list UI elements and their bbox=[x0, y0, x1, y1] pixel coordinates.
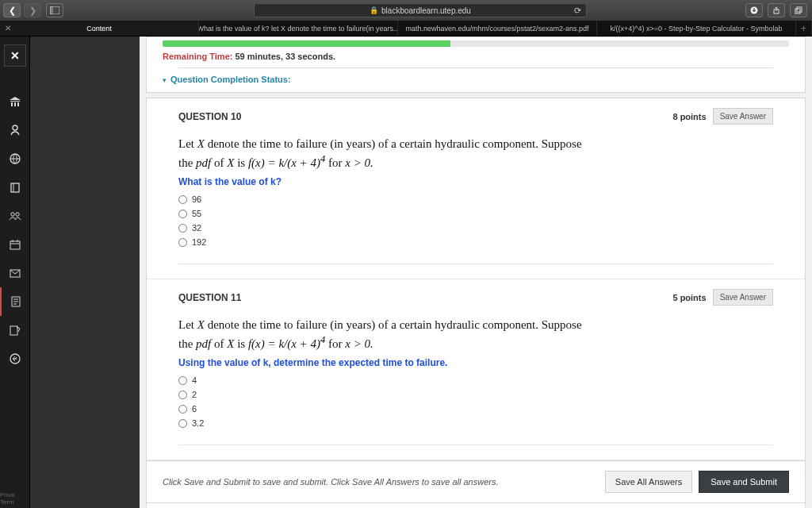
option-row[interactable]: 192 bbox=[178, 235, 773, 249]
institution-icon bbox=[9, 96, 21, 107]
test-header-block: Remaining Time: 59 minutes, 33 seconds. … bbox=[146, 37, 806, 93]
option-row[interactable]: 55 bbox=[178, 206, 773, 221]
footer-hint: Click Save and Submit to save and submit… bbox=[163, 477, 498, 487]
option-radio[interactable] bbox=[178, 224, 187, 233]
option-label: 2 bbox=[192, 390, 197, 399]
tab-1[interactable]: What is the value of k? let X denote the… bbox=[199, 21, 398, 36]
url-text: blackboardlearn.utep.edu bbox=[381, 6, 471, 15]
book-icon bbox=[10, 182, 21, 193]
option-row[interactable]: 32 bbox=[178, 221, 773, 235]
sidebar-item-organizations[interactable] bbox=[0, 202, 29, 230]
tab-0[interactable]: ✕ Content bbox=[0, 21, 199, 36]
main-content: Remaining Time: 59 minutes, 33 seconds. … bbox=[140, 37, 812, 508]
sidebar-item-courses[interactable] bbox=[0, 173, 29, 202]
question-prompt: Using the value of k, determine the expe… bbox=[178, 357, 773, 368]
svg-point-9 bbox=[10, 213, 13, 216]
question-points: 5 points bbox=[672, 293, 706, 302]
option-radio[interactable] bbox=[178, 405, 187, 414]
option-label: 4 bbox=[192, 375, 197, 385]
option-row[interactable]: 6 bbox=[178, 402, 773, 416]
option-label: 32 bbox=[192, 223, 201, 233]
svg-rect-8 bbox=[11, 183, 19, 192]
question-heading: QUESTION 10 bbox=[178, 111, 241, 122]
chevron-down-icon[interactable]: ▾ bbox=[163, 76, 167, 84]
tab-strip: ✕ Content What is the value of k? let X … bbox=[0, 21, 812, 37]
course-sidebar: ✕ bbox=[0, 37, 30, 508]
save-all-answers-button[interactable]: Save All Answers bbox=[605, 471, 692, 493]
divider bbox=[178, 67, 773, 68]
svg-rect-11 bbox=[10, 241, 20, 249]
globe-icon bbox=[10, 153, 21, 164]
lock-icon: 🔒 bbox=[370, 6, 378, 14]
sidebar-toggle[interactable] bbox=[46, 3, 63, 17]
option-radio[interactable] bbox=[178, 238, 187, 247]
option-label: 3.2 bbox=[192, 418, 204, 428]
tab-label: k/((x+4)^4) x>=0 - Step-by-Step Calculat… bbox=[610, 25, 782, 33]
option-radio[interactable] bbox=[178, 195, 187, 204]
option-radio[interactable] bbox=[178, 391, 187, 399]
option-label: 192 bbox=[192, 237, 206, 247]
signout-icon bbox=[10, 353, 21, 364]
svg-rect-14 bbox=[10, 326, 17, 335]
reload-icon[interactable]: ⟳ bbox=[574, 6, 581, 16]
svg-point-10 bbox=[15, 213, 18, 216]
tab-2[interactable]: math.newhaven.edu/mhm/courses/pstat2/sex… bbox=[398, 21, 597, 36]
calendar-icon bbox=[10, 239, 21, 250]
option-row[interactable]: 96 bbox=[178, 192, 773, 206]
sidebar-item-tools[interactable] bbox=[0, 316, 29, 344]
svg-rect-1 bbox=[50, 6, 53, 14]
panel-icon bbox=[50, 6, 59, 14]
mail-icon bbox=[10, 269, 21, 278]
person-icon bbox=[10, 125, 21, 136]
question-11: QUESTION 11 5 points Save Answer Let X d… bbox=[147, 279, 805, 460]
save-answer-button[interactable]: Save Answer bbox=[713, 289, 773, 306]
address-bar[interactable]: 🔒 blackboardlearn.utep.edu ⟳ bbox=[254, 3, 587, 17]
close-panel-button[interactable]: ✕ bbox=[4, 44, 26, 67]
option-label: 55 bbox=[192, 209, 201, 218]
progress-bar bbox=[163, 40, 789, 47]
sidebar-item-checkbox[interactable] bbox=[0, 287, 29, 316]
option-label: 96 bbox=[192, 194, 201, 204]
questions-panel: QUESTION 10 8 points Save Answer Let X d… bbox=[146, 98, 806, 508]
download-icon bbox=[750, 6, 758, 14]
option-row[interactable]: 3.2 bbox=[178, 416, 773, 430]
group-icon bbox=[9, 211, 21, 221]
close-icon[interactable]: ✕ bbox=[5, 24, 11, 33]
option-radio[interactable] bbox=[178, 376, 187, 385]
sidebar-item-signout[interactable] bbox=[0, 344, 29, 373]
share-button[interactable] bbox=[768, 3, 785, 17]
sidebar-item-activity[interactable] bbox=[0, 144, 29, 173]
question-prompt: What is the value of k? bbox=[178, 176, 773, 187]
tabs-icon bbox=[795, 6, 802, 14]
progress-fill bbox=[163, 40, 450, 47]
option-radio[interactable] bbox=[178, 210, 187, 218]
question-stem: Let X denote the time to failure (in yea… bbox=[178, 136, 773, 171]
question-points: 8 points bbox=[672, 112, 706, 121]
option-radio[interactable] bbox=[178, 419, 187, 428]
save-and-submit-button[interactable]: Save and Submit bbox=[699, 471, 789, 493]
tabs-button[interactable] bbox=[790, 3, 807, 17]
edge-cut-labels: Priva Term bbox=[0, 491, 14, 506]
grades-icon bbox=[10, 296, 21, 307]
download-button[interactable] bbox=[745, 3, 763, 17]
answer-options: 96 55 32 192 bbox=[178, 192, 773, 249]
remaining-time-label: Remaining Time: bbox=[163, 52, 232, 61]
new-tab-button[interactable]: + bbox=[796, 21, 812, 36]
tab-3[interactable]: k/((x+4)^4) x>=0 - Step-by-Step Calculat… bbox=[597, 21, 796, 36]
answer-options: 4 2 6 3.2 bbox=[178, 373, 773, 430]
sidebar-item-calendar[interactable] bbox=[0, 230, 29, 259]
sidebar-item-messages[interactable] bbox=[0, 259, 29, 287]
save-answer-button[interactable]: Save Answer bbox=[713, 108, 773, 125]
submit-footer: Click Save and Submit to save and submit… bbox=[146, 460, 806, 503]
back-button[interactable]: ❮ bbox=[3, 3, 21, 17]
sidebar-item-profile[interactable] bbox=[0, 116, 29, 144]
svg-point-6 bbox=[13, 125, 17, 130]
option-row[interactable]: 2 bbox=[178, 387, 773, 402]
option-row[interactable]: 4 bbox=[178, 373, 773, 387]
tab-label: What is the value of k? let X denote the… bbox=[199, 25, 398, 33]
remaining-time-value: 59 minutes, 33 seconds. bbox=[236, 52, 336, 61]
sidebar-item-institution[interactable] bbox=[0, 87, 29, 116]
question-completion-status[interactable]: Question Completion Status: bbox=[170, 75, 291, 84]
divider bbox=[178, 264, 773, 264]
forward-button[interactable]: ❯ bbox=[24, 3, 41, 17]
